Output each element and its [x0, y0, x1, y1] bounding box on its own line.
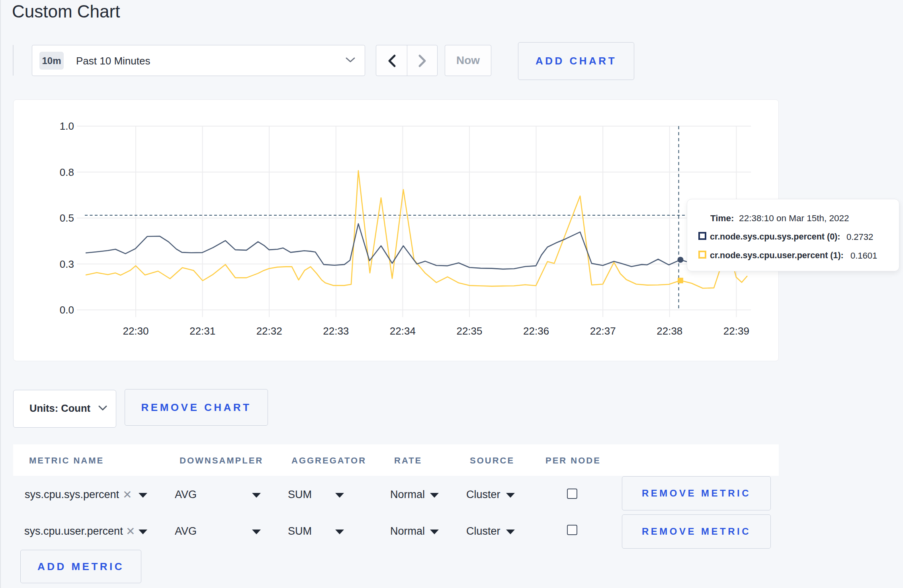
- svg-text:22:34: 22:34: [390, 325, 416, 337]
- svg-text:22:30: 22:30: [123, 325, 149, 337]
- svg-text:22:38: 22:38: [657, 325, 682, 337]
- svg-text:22:32: 22:32: [256, 325, 282, 337]
- svg-text:0.3: 0.3: [60, 258, 74, 270]
- svg-text:0.5: 0.5: [60, 212, 74, 224]
- svg-text:22:37: 22:37: [590, 325, 616, 337]
- svg-text:22:39: 22:39: [723, 325, 749, 337]
- svg-text:22:31: 22:31: [190, 325, 215, 337]
- svg-text:1.0: 1.0: [60, 120, 74, 132]
- svg-text:0.8: 0.8: [60, 166, 74, 178]
- svg-text:22:35: 22:35: [456, 325, 482, 337]
- svg-text:22:33: 22:33: [323, 325, 349, 337]
- svg-text:0.0: 0.0: [60, 304, 74, 316]
- svg-text:22:36: 22:36: [523, 325, 549, 337]
